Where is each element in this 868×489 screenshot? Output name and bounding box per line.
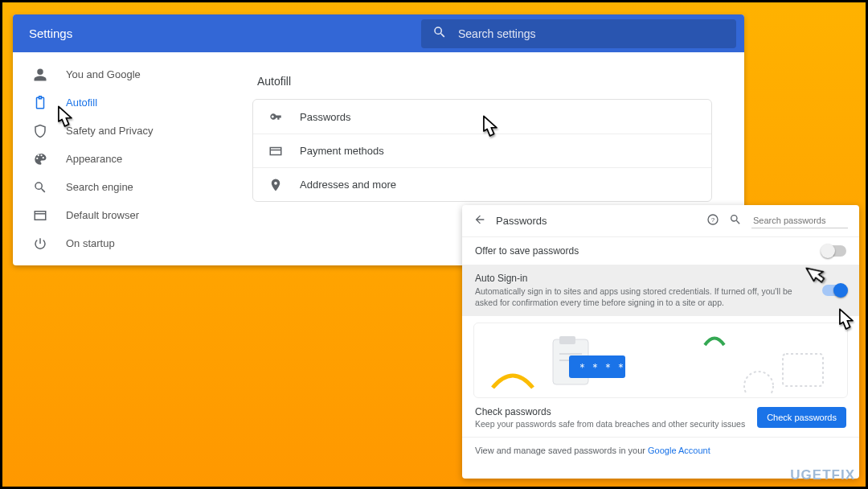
sidebar-item-default-browser[interactable]: Default browser [13,201,212,229]
auto-signin-title: Auto Sign-in [475,273,813,284]
passwords-header: Passwords ? [462,205,859,237]
sidebar-item-label: Default browser [66,209,139,221]
autofill-card: Passwords Payment methods Addresses and … [252,99,712,202]
auto-signin-desc: Automatically sign in to sites and apps … [475,286,813,308]
clipboard-icon [32,95,48,111]
sidebar-item-label: Search engine [66,181,133,193]
location-icon [268,177,284,193]
search-icon [32,179,48,195]
sidebar: You and Google Autofill Safety and Priva… [13,52,212,265]
offer-save-toggle[interactable] [822,245,846,257]
sidebar-item-you-and-google[interactable]: You and Google [13,60,212,88]
passwords-illustration: ＊＊＊＊| [473,323,848,398]
palette-icon [32,151,48,167]
sidebar-item-appearance[interactable]: Appearance [13,145,212,173]
search-settings[interactable] [421,19,736,48]
autofill-heading: Autofill [257,75,712,88]
svg-rect-3 [559,336,575,344]
check-passwords-button[interactable]: Check passwords [757,407,846,428]
sidebar-item-safety[interactable]: Safety and Privacy [13,117,212,145]
settings-topbar: Settings [13,14,744,52]
auto-signin-toggle[interactable] [822,285,846,296]
check-passwords-row: Check passwords Keep your passwords safe… [462,401,859,437]
help-icon[interactable]: ? [706,213,719,229]
svg-rect-8 [783,354,823,386]
sidebar-item-on-startup[interactable]: On startup [13,229,212,257]
manage-passwords-note: View and manage saved passwords in your … [462,437,859,463]
sidebar-item-autofill[interactable]: Autofill [13,88,212,117]
svg-text:＊＊＊＊|: ＊＊＊＊| [577,361,625,373]
svg-point-9 [744,372,773,394]
autofill-row-addresses[interactable]: Addresses and more [253,167,711,201]
card-icon [268,143,284,159]
search-settings-input[interactable] [458,27,725,40]
row-label: Passwords [300,111,351,123]
check-passwords-desc: Keep your passwords safe from data breac… [475,419,745,429]
sidebar-item-label: Safety and Privacy [66,125,153,137]
settings-title: Settings [13,27,421,40]
check-passwords-title: Check passwords [475,406,745,417]
search-icon [729,213,742,229]
watermark: UGETFIX [790,467,855,483]
sidebar-item-search-engine[interactable]: Search engine [13,173,212,201]
person-icon [32,67,48,83]
key-icon [268,109,284,125]
browser-icon [32,208,48,224]
sidebar-item-label: Autofill [66,97,97,109]
sidebar-item-label: You and Google [66,68,141,80]
autofill-row-payment[interactable]: Payment methods [253,134,711,167]
manage-passwords-text: View and manage saved passwords in your [475,446,648,455]
power-icon [32,236,48,252]
passwords-panel: Passwords ? Offer to save passwords Auto… [462,205,859,479]
back-arrow-icon[interactable] [473,213,486,229]
autofill-row-passwords[interactable]: Passwords [253,100,711,134]
svg-text:?: ? [711,216,715,223]
row-label: Payment methods [300,145,384,157]
sidebar-item-label: Appearance [66,153,122,165]
passwords-title: Passwords [496,215,697,227]
sidebar-item-label: On startup [66,237,115,249]
search-passwords-input[interactable] [751,213,848,228]
search-icon [432,25,447,43]
auto-signin-row: Auto Sign-in Automatically sign in to si… [462,265,859,316]
google-account-link[interactable]: Google Account [648,446,710,455]
offer-save-row: Offer to save passwords [462,237,859,265]
offer-save-label: Offer to save passwords [475,245,579,257]
shield-icon [32,123,48,139]
row-label: Addresses and more [300,179,396,191]
